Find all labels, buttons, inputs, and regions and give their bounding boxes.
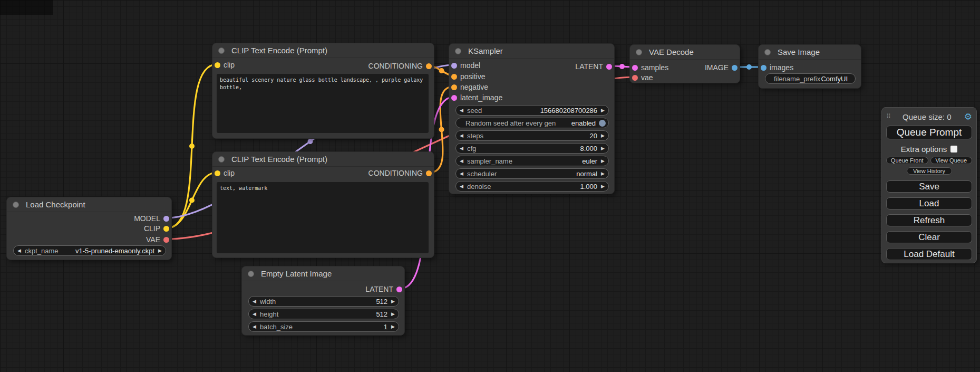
input-dot-model[interactable] xyxy=(451,63,457,69)
wire-midpoint-dot xyxy=(439,127,444,132)
node-save-image[interactable]: Save Imageimagesfilename_prefixComfyUI xyxy=(758,44,861,89)
extra-options-checkbox[interactable] xyxy=(950,146,957,152)
collapse-dot-icon[interactable] xyxy=(13,202,19,208)
widget-width[interactable]: ◀width512▶ xyxy=(248,296,399,307)
drag-handle-icon[interactable]: ⠿ xyxy=(886,113,890,120)
input-label: model xyxy=(460,61,480,70)
refresh-button[interactable]: Refresh xyxy=(886,214,972,226)
increment-arrow-icon[interactable]: ▶ xyxy=(597,169,608,178)
queue-size-label: Queue size: 0 xyxy=(890,112,964,121)
input-dot-samples[interactable] xyxy=(632,65,638,71)
input-dot-images[interactable] xyxy=(761,65,766,71)
widget-steps[interactable]: ◀steps20▶ xyxy=(455,130,609,141)
collapse-dot-icon[interactable] xyxy=(218,156,225,163)
widget-scheduler[interactable]: ◀schedulernormal▶ xyxy=(455,168,609,179)
load-button[interactable]: Load xyxy=(886,197,972,209)
widget-seed[interactable]: ◀seed156680208700286▶ xyxy=(455,105,609,116)
wire-midpoint-dot xyxy=(189,198,195,203)
decrement-arrow-icon[interactable]: ◀ xyxy=(456,106,467,115)
output-label: LATENT xyxy=(575,62,603,71)
increment-arrow-icon[interactable]: ▶ xyxy=(387,297,399,306)
node-graph-canvas[interactable]: Load CheckpointMODELCLIPVAE◀ckpt_namev1-… xyxy=(0,0,980,372)
increment-arrow-icon[interactable]: ▶ xyxy=(387,322,399,331)
collapse-dot-icon[interactable] xyxy=(636,49,642,55)
output-dot-vae[interactable] xyxy=(163,237,169,243)
output-dot-conditioning[interactable] xyxy=(426,170,432,176)
widget-label: filename_prefix xyxy=(765,75,820,83)
decrement-arrow-icon[interactable]: ◀ xyxy=(249,309,260,319)
widget-label: seed xyxy=(467,107,482,115)
input-dot-negative[interactable] xyxy=(451,84,457,90)
node-empty-latent-image[interactable]: Empty Latent ImageLATENT◀width512▶◀heigh… xyxy=(241,266,405,336)
widget-batch_size[interactable]: ◀batch_size1▶ xyxy=(248,321,399,332)
wire-midpoint-dot xyxy=(189,144,195,149)
widget-label: ckpt_name xyxy=(25,247,59,255)
increment-arrow-icon[interactable]: ▶ xyxy=(597,144,608,153)
node-title-label: Save Image xyxy=(778,47,820,56)
view-queue-button[interactable]: View Queue xyxy=(930,157,973,164)
node-load-checkpoint[interactable]: Load CheckpointMODELCLIPVAE◀ckpt_namev1-… xyxy=(6,197,172,260)
output-dot-clip[interactable] xyxy=(163,226,169,232)
node-ksampler[interactable]: KSamplermodelpositivenegativelatent_imag… xyxy=(449,43,615,194)
node-clip-text-encode-negative[interactable]: CLIP Text Encode (Prompt)clipCONDITIONIN… xyxy=(212,151,434,258)
node-clip-text-encode-positive[interactable]: CLIP Text Encode (Prompt)clipCONDITIONIN… xyxy=(212,43,434,139)
input-slot-clip: clip xyxy=(212,60,307,70)
output-dot-conditioning[interactable] xyxy=(426,63,432,69)
input-dot-clip[interactable] xyxy=(215,170,220,176)
save-button[interactable]: Save xyxy=(886,180,972,193)
output-dot-latent[interactable] xyxy=(606,64,612,70)
wire-midpoint-dot xyxy=(746,64,752,70)
collapse-dot-icon[interactable] xyxy=(248,271,254,277)
toggle-dot[interactable] xyxy=(599,120,606,127)
decrement-arrow-icon[interactable]: ◀ xyxy=(456,169,467,178)
decrement-arrow-icon[interactable]: ◀ xyxy=(456,144,467,153)
widget-random-seed-after-every-gen[interactable]: Random seed after every genenabled xyxy=(455,118,609,128)
input-dot-vae[interactable] xyxy=(632,75,638,81)
decrement-arrow-icon[interactable]: ◀ xyxy=(456,156,467,166)
prompt-text-area[interactable]: text, watermark xyxy=(217,182,429,253)
output-slot-clip: CLIP xyxy=(76,224,171,233)
input-dot-latent_image[interactable] xyxy=(451,95,457,101)
collapse-dot-icon[interactable] xyxy=(455,48,461,54)
widget-label: denoise xyxy=(467,183,491,190)
input-dot-positive[interactable] xyxy=(451,74,457,80)
node-title-label: VAE Decode xyxy=(649,47,694,56)
widget-denoise[interactable]: ◀denoise1.000▶ xyxy=(455,181,609,192)
node-vae-decode[interactable]: VAE DecodesamplesvaeIMAGE xyxy=(629,44,740,83)
collapse-dot-icon[interactable] xyxy=(218,47,225,54)
input-slot-negative: negative xyxy=(449,82,544,92)
decrement-arrow-icon[interactable]: ◀ xyxy=(456,182,467,191)
prompt-text-area[interactable]: beautiful scenery nature glass bottle la… xyxy=(217,74,429,133)
queue-prompt-button[interactable]: Queue Prompt xyxy=(886,126,972,139)
widget-ckpt_name[interactable]: ◀ckpt_namev1-5-pruned-emaonly.ckpt▶ xyxy=(13,245,166,256)
output-dot-image[interactable] xyxy=(732,65,738,71)
collapse-dot-icon[interactable] xyxy=(764,49,771,55)
increment-arrow-icon[interactable]: ▶ xyxy=(597,156,608,166)
increment-arrow-icon[interactable]: ▶ xyxy=(597,106,608,115)
clear-button[interactable]: Clear xyxy=(886,231,972,243)
gear-icon[interactable]: ⚙ xyxy=(964,112,972,121)
extra-options-label: Extra options xyxy=(901,145,947,154)
input-slot-clip: clip xyxy=(212,168,307,178)
view-history-button[interactable]: View History xyxy=(907,167,952,175)
widget-label: height xyxy=(260,310,278,318)
widget-height[interactable]: ◀height512▶ xyxy=(248,309,399,319)
increment-arrow-icon[interactable]: ▶ xyxy=(387,309,399,319)
output-dot-model[interactable] xyxy=(163,216,169,222)
node-title-label: Load Checkpoint xyxy=(26,200,85,209)
load-default-button[interactable]: Load Default xyxy=(886,248,972,260)
decrement-arrow-icon[interactable]: ◀ xyxy=(249,297,260,306)
increment-arrow-icon[interactable]: ▶ xyxy=(597,131,608,140)
widget-value: v1-5-pruned-emaonly.ckpt xyxy=(75,247,154,255)
decrement-arrow-icon[interactable]: ◀ xyxy=(14,246,25,255)
decrement-arrow-icon[interactable]: ◀ xyxy=(249,322,260,331)
queue-front-button[interactable]: Queue Front xyxy=(886,157,928,164)
widget-cfg[interactable]: ◀cfg8.000▶ xyxy=(455,143,609,154)
increment-arrow-icon[interactable]: ▶ xyxy=(154,246,166,255)
output-dot-latent[interactable] xyxy=(396,287,402,292)
decrement-arrow-icon[interactable]: ◀ xyxy=(456,131,467,140)
widget-sampler_name[interactable]: ◀sampler_nameeuler▶ xyxy=(455,156,609,166)
increment-arrow-icon[interactable]: ▶ xyxy=(597,182,608,191)
widget-filename_prefix[interactable]: filename_prefixComfyUI xyxy=(765,73,856,84)
input-dot-clip[interactable] xyxy=(215,62,220,68)
